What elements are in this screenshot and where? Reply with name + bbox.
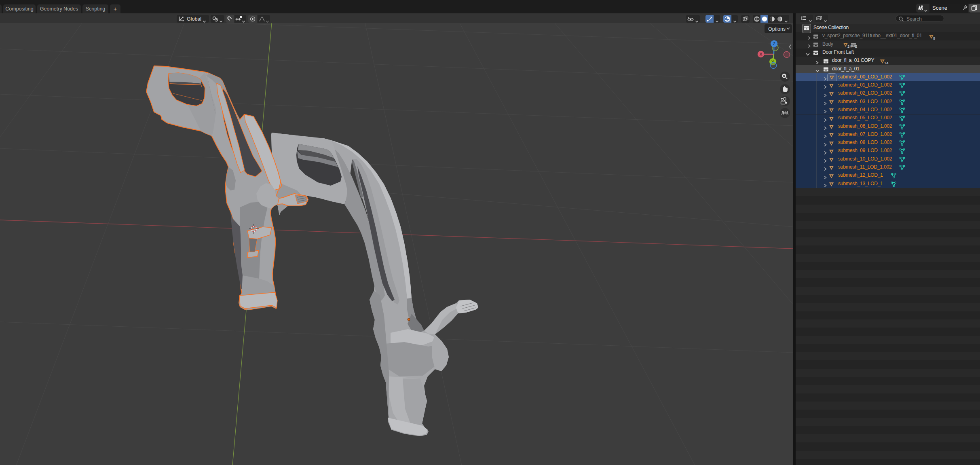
svg-text:Options: Options [768, 26, 786, 32]
svg-text:X: X [759, 52, 762, 57]
svg-text:Z: Z [773, 41, 775, 46]
